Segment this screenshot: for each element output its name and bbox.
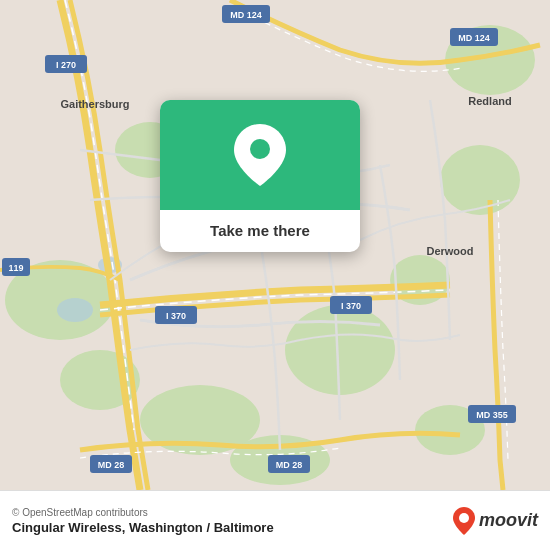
svg-point-10 <box>57 298 93 322</box>
location-pin-icon <box>234 124 286 186</box>
svg-point-34 <box>459 513 469 523</box>
moovit-logo: moovit <box>453 507 538 535</box>
osm-attribution: © OpenStreetMap contributors <box>12 507 274 518</box>
popup-button-area: Take me there <box>160 210 360 252</box>
take-me-there-button[interactable]: Take me there <box>210 222 310 239</box>
bottom-bar: © OpenStreetMap contributors Cingular Wi… <box>0 490 550 550</box>
location-popup: Take me there <box>160 100 360 252</box>
map-view[interactable]: I 270 I 370 I 370 MD 124 MD 124 MD 28 MD… <box>0 0 550 490</box>
location-info: © OpenStreetMap contributors Cingular Wi… <box>12 507 274 535</box>
svg-text:Gaithersburg: Gaithersburg <box>60 98 129 110</box>
svg-text:MD 28: MD 28 <box>276 460 303 470</box>
svg-text:MD 355: MD 355 <box>476 410 508 420</box>
moovit-brand-name: moovit <box>479 510 538 531</box>
svg-text:Redland: Redland <box>468 95 511 107</box>
svg-text:MD 124: MD 124 <box>458 33 490 43</box>
svg-text:I 270: I 270 <box>56 60 76 70</box>
svg-point-3 <box>285 305 395 395</box>
popup-header <box>160 100 360 210</box>
svg-point-33 <box>250 139 270 159</box>
svg-text:Derwood: Derwood <box>426 245 473 257</box>
svg-text:MD 124: MD 124 <box>230 10 262 20</box>
moovit-pin-icon <box>453 507 475 535</box>
location-name: Cingular Wireless, Washington / Baltimor… <box>12 520 274 535</box>
svg-text:I 370: I 370 <box>166 311 186 321</box>
svg-point-5 <box>440 145 520 215</box>
svg-text:MD 28: MD 28 <box>98 460 125 470</box>
svg-text:119: 119 <box>8 263 23 273</box>
svg-text:I 370: I 370 <box>341 301 361 311</box>
